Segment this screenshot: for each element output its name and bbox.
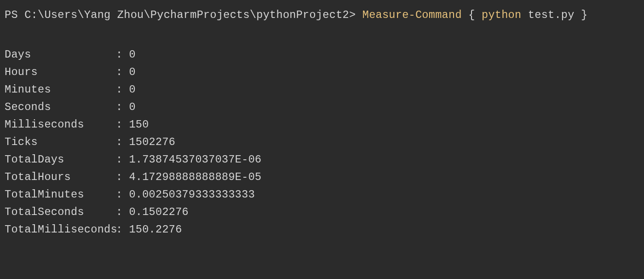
output-row: TotalDays : 1.73874537037037E-06 [5, 151, 639, 169]
output-label: TotalMilliseconds [5, 221, 116, 238]
output-separator: : [116, 116, 122, 134]
output-separator: : [116, 203, 122, 221]
output-row: Minutes : 0 [5, 81, 639, 99]
output-value: 0 [129, 81, 135, 99]
output-separator: : [116, 99, 122, 116]
prompt-suffix: > [349, 9, 362, 21]
command-brace-close: } [581, 9, 587, 21]
output-separator: : [116, 81, 122, 99]
output-row: Hours : 0 [5, 64, 639, 81]
output-separator: : [116, 64, 122, 81]
output-value: 0 [129, 46, 135, 64]
output-label: Milliseconds [5, 116, 116, 134]
output-value: 0.1502276 [129, 203, 189, 221]
output-row: Days : 0 [5, 46, 639, 64]
output-row: TotalMilliseconds : 150.2276 [5, 221, 639, 238]
output-separator: : [116, 186, 122, 203]
output-value: 0.00250379333333333 [129, 186, 255, 203]
output-value: 150.2276 [129, 221, 182, 238]
output-separator: : [116, 221, 122, 238]
command-python: python [482, 9, 521, 21]
output-separator: : [116, 46, 122, 64]
output-label: TotalMinutes [5, 186, 116, 203]
output-label: TotalDays [5, 151, 116, 169]
command-file: test.py [521, 9, 581, 21]
output-value: 1502276 [129, 134, 175, 151]
output-value: 4.17298888888889E-05 [129, 169, 261, 186]
output-label: TotalSeconds [5, 203, 116, 221]
output-row: TotalSeconds : 0.1502276 [5, 203, 639, 221]
output-value: 150 [129, 116, 149, 134]
prompt-path: C:\Users\Yang Zhou\PycharmProjects\pytho… [24, 9, 349, 21]
output-row: Milliseconds : 150 [5, 116, 639, 134]
output-label: Days [5, 46, 116, 64]
output-separator: : [116, 151, 122, 169]
output-label: Ticks [5, 134, 116, 151]
prompt-prefix: PS [5, 9, 24, 21]
output-row: TotalHours : 4.17298888888889E-05 [5, 169, 639, 186]
output-label: Seconds [5, 99, 116, 116]
command-prompt-line[interactable]: PS C:\Users\Yang Zhou\PycharmProjects\py… [5, 6, 639, 24]
output-row: Ticks : 1502276 [5, 134, 639, 151]
output-value: 0 [129, 99, 135, 116]
output-label: Minutes [5, 81, 116, 99]
output-label: TotalHours [5, 169, 116, 186]
output-value: 1.73874537037037E-06 [129, 151, 261, 169]
output-row: Seconds : 0 [5, 99, 639, 116]
output-row: TotalMinutes : 0.00250379333333333 [5, 186, 639, 203]
command-brace-open: { [462, 9, 482, 21]
output-label: Hours [5, 64, 116, 81]
output-separator: : [116, 134, 122, 151]
output-separator: : [116, 169, 122, 186]
command-measure: Measure-Command [362, 9, 462, 21]
output-value: 0 [129, 64, 135, 81]
output-block: Days : 0 Hours : 0 Minutes : 0 Seconds :… [5, 46, 639, 239]
